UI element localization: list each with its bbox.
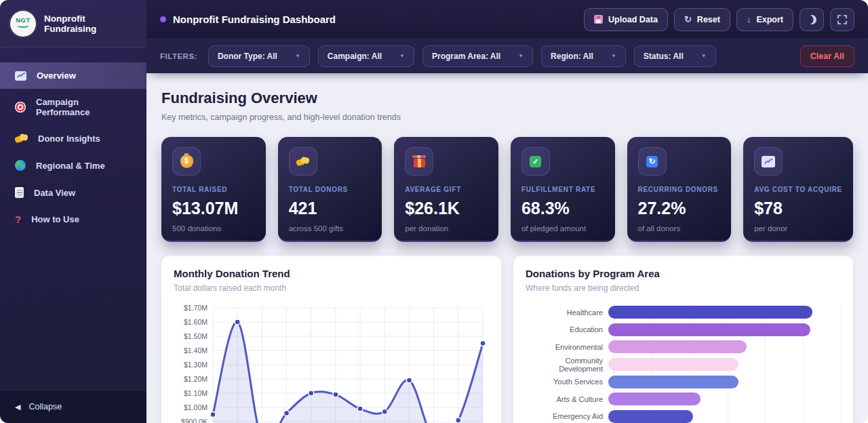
kpi-icon-tile: $ [172, 147, 201, 176]
kpi-value: 27.2% [638, 199, 721, 218]
program-area-chart[interactable]: HealthcareEducationEnvironmentalCommunit… [526, 304, 841, 423]
chevron-down-icon: ▼ [518, 54, 524, 59]
export-button[interactable]: ↓Export [736, 8, 793, 31]
repeat-icon: ↻ [646, 156, 658, 167]
upload-data-button[interactable]: Upload Data [584, 8, 668, 31]
svg-text:$1.40M: $1.40M [184, 346, 208, 355]
floppy-disk-icon [594, 15, 603, 24]
kpi-label: AVG COST TO ACQUIRE [754, 186, 842, 193]
sidebar-item-data-view[interactable]: Data View [0, 179, 146, 206]
sidebar-item-label: Regional & Time [36, 161, 105, 171]
bar-healthcare[interactable] [608, 306, 812, 319]
bar-row: Arts & Culture [526, 390, 841, 408]
filter-dropdown-campaign[interactable]: Campaign: All▼ [318, 45, 414, 67]
kpi-icon-tile: ✓ [521, 147, 550, 176]
globe-icon [15, 160, 26, 171]
sidebar-item-regional-time[interactable]: Regional & Time [0, 152, 146, 179]
filter-dropdowns: Donor Type: All▼Campaign: All▼Program Ar… [208, 45, 716, 67]
chevron-down-icon: ▼ [399, 54, 405, 59]
moon-button[interactable] [800, 8, 824, 31]
sidebar-item-donor-insights[interactable]: Donor Insights [0, 125, 146, 152]
clear-all-button[interactable]: Clear All [800, 45, 854, 67]
kpi-subtitle: 500 donations [172, 224, 255, 233]
chart-line-icon [15, 71, 26, 81]
filter-dropdown-donor-type[interactable]: Donor Type: All▼ [208, 45, 310, 67]
kpi-subtitle: of all donors [638, 224, 721, 233]
bar-track [608, 410, 841, 423]
kpi-card-recurring-donors: ↻RECURRING DONORS27.2%of all donors [627, 137, 732, 242]
kpi-card-average-gift: AVERAGE GIFT$26.1Kper donation [394, 137, 498, 242]
program-area-panel: Donations by Program Area Where funds ar… [513, 256, 853, 423]
chevron-down-icon: ▼ [611, 54, 616, 59]
bar-category-label: Youth Services [526, 378, 608, 386]
page-title: Fundraising Overview [161, 89, 853, 107]
page-subtitle: Key metrics, campaign progress, and high… [161, 113, 853, 122]
kpi-grid: $TOTAL RAISED$13.07M500 donationsTOTAL D… [161, 137, 853, 242]
bar-environmental[interactable] [608, 340, 747, 353]
gift-icon [414, 159, 425, 167]
bar-row: Healthcare [526, 304, 841, 321]
bar-row: Education [526, 321, 841, 339]
kpi-card-fulfillment-rate: ✓FULFILLMENT RATE68.3%of pledged amount [511, 137, 615, 242]
svg-text:$1.30M: $1.30M [184, 361, 208, 369]
sidebar-brand: NGT Nonprofit Fundraising [0, 0, 146, 47]
svg-text:$900.0K: $900.0K [181, 418, 208, 423]
org-logo: NGT [10, 11, 36, 37]
kpi-value: 68.3% [521, 199, 604, 218]
check-icon: ✓ [530, 156, 541, 167]
svg-text:$1.20M: $1.20M [184, 375, 208, 383]
dropdown-value: Status: All [644, 52, 684, 61]
bar-community-development[interactable] [608, 358, 738, 371]
filter-dropdown-program-area[interactable]: Program Area: All▼ [422, 45, 533, 67]
logo-swoosh-icon [17, 23, 29, 28]
sidebar-item-overview[interactable]: Overview [0, 62, 146, 89]
sidebar-item-label: Donor Insights [38, 134, 100, 144]
bar-row: Community Development [526, 356, 841, 374]
brand-name: Nonprofit Fundraising [44, 14, 136, 34]
bar-education[interactable] [608, 323, 810, 336]
title-dot-icon [160, 16, 166, 22]
sidebar-item-how-to-use[interactable]: ?How to Use [0, 206, 146, 233]
bar-category-label: Healthcare [526, 308, 608, 317]
kpi-label: FULFILLMENT RATE [521, 186, 604, 193]
bar-row: Youth Services [526, 373, 841, 390]
filter-dropdown-region[interactable]: Region: All▼ [541, 45, 626, 67]
fullscreen-button[interactable] [830, 8, 854, 31]
collapse-button[interactable]: ◀ Collapse [0, 390, 146, 423]
bar-emergency-aid[interactable] [608, 410, 693, 423]
monthly-trend-chart[interactable]: $1.70M$1.60M$1.50M$1.40M$1.30M$1.20M$1.1… [174, 300, 489, 423]
filter-dropdown-status[interactable]: Status: All▼ [634, 45, 716, 67]
kpi-card-total-raised: $TOTAL RAISED$13.07M500 donations [161, 137, 266, 242]
target-icon [15, 102, 26, 113]
content-area: Fundraising Overview Key metrics, campai… [146, 73, 868, 423]
bar-category-label: Arts & Culture [526, 395, 608, 403]
money-bag-icon: $ [180, 155, 193, 168]
program-area-title: Donations by Program Area [526, 268, 841, 279]
handshake-icon [15, 134, 28, 143]
button-label: Export [756, 15, 783, 24]
kpi-subtitle: per donation [405, 224, 488, 233]
bar-youth-services[interactable] [608, 376, 738, 388]
chevron-down-icon: ▼ [701, 54, 707, 59]
bar-arts-culture[interactable] [608, 392, 701, 405]
button-label: Upload Data [608, 15, 658, 24]
bar-category-label: Education [526, 325, 608, 334]
dropdown-value: Program Area: All [432, 52, 500, 61]
kpi-value: $26.1K [405, 199, 488, 218]
bar-track [608, 392, 841, 405]
bar-row: Environmental [526, 338, 841, 356]
kpi-icon-tile [289, 147, 317, 176]
program-area-subtitle: Where funds are being directed [526, 283, 841, 293]
bar-track [608, 358, 841, 371]
sidebar-item-campaign-performance[interactable]: Campaign Performance [0, 89, 146, 125]
svg-text:$1.70M: $1.70M [184, 304, 208, 312]
kpi-subtitle: per donor [754, 224, 842, 233]
fullscreen-icon [837, 15, 847, 24]
top-header: Nonprofit Fundraising Dashboard Upload D… [146, 0, 868, 39]
dropdown-value: Donor Type: All [218, 52, 277, 61]
kpi-icon-tile [405, 147, 433, 176]
dropdown-value: Campaign: All [328, 52, 382, 61]
collapse-label: Collapse [28, 402, 62, 411]
header-actions: Upload Data↻Reset↓Export [584, 8, 854, 31]
reset-button[interactable]: ↻Reset [674, 8, 730, 31]
